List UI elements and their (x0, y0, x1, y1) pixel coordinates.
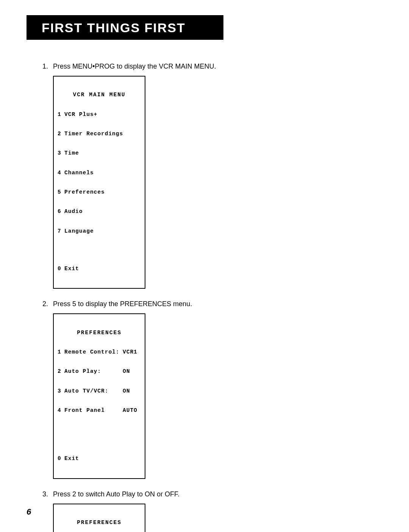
menu-exit: 0Exit (58, 266, 141, 272)
menu-item-label: Front Panel (64, 407, 123, 414)
menu-item-label: Remote Control: (64, 349, 123, 355)
menu-item-value: ON (123, 368, 141, 375)
page-number: 6 (27, 507, 31, 517)
menu-item: 3Time (58, 150, 141, 156)
menu-box-main: VCR MAIN MENU 1VCR Plus+ 2Timer Recordin… (53, 76, 145, 289)
menu-item-num: 0 (58, 455, 64, 462)
menu-item: 2Timer Recordings (58, 131, 141, 137)
menu-item-num: 6 (58, 208, 64, 215)
menu-item-label: VCR Plus+ (64, 111, 141, 118)
menu-item-num: 3 (58, 150, 64, 156)
menu-item: 4Front PanelAUTO (58, 407, 141, 414)
menu-item-label: Exit (64, 455, 141, 462)
menu-item-label: Channels (64, 170, 141, 176)
step-text: Press 5 to display the PREFERENCES menu. (53, 300, 269, 308)
menu-item-num: 4 (58, 407, 64, 414)
menu-item-value: ON (123, 388, 141, 394)
content-area: 1. Press MENU•PROG to display the VCR MA… (27, 40, 269, 532)
menu-item-num: 2 (58, 368, 64, 375)
step-text: Press 2 to switch Auto Play to ON or OFF… (53, 490, 269, 498)
menu-exit: 0Exit (58, 455, 141, 462)
menu-item-num: 7 (58, 228, 64, 235)
menu-item-num: 1 (58, 111, 64, 118)
menu-item-num: 5 (58, 189, 64, 196)
menu-item-label: Language (64, 228, 141, 235)
step-text: Press MENU•PROG to display the VCR MAIN … (53, 63, 269, 70)
step-number: 1. (42, 63, 53, 70)
page: FIRST THINGS FIRST 1. Press MENU•PROG to… (0, 0, 409, 532)
step-number: 2. (42, 300, 53, 308)
menu-item: 5Preferences (58, 189, 141, 196)
menu-item-label: Timer Recordings (64, 131, 141, 137)
menu-item: 2Auto Play:ON (58, 368, 141, 375)
menu-title: PREFERENCES (58, 519, 141, 526)
menu-item-label: Preferences (64, 189, 141, 196)
step-2: 2. Press 5 to display the PREFERENCES me… (42, 300, 269, 308)
menu-box-preferences-on: PREFERENCES 1Remote Control:VCR1 2Auto P… (53, 313, 145, 479)
menu-item-value: AUTO (123, 407, 141, 414)
menu-item-num: 0 (58, 266, 64, 272)
step-number: 3. (42, 490, 53, 498)
step-1: 1. Press MENU•PROG to display the VCR MA… (42, 63, 269, 70)
menu-title: PREFERENCES (58, 330, 141, 336)
menu-item: 1VCR Plus+ (58, 111, 141, 118)
menu-item-label: Exit (64, 266, 141, 272)
menu-item-num: 3 (58, 388, 64, 394)
menu-item-num: 2 (58, 131, 64, 137)
menu-item: 7Language (58, 228, 141, 235)
menu-title: VCR MAIN MENU (58, 92, 141, 98)
step-3: 3. Press 2 to switch Auto Play to ON or … (42, 490, 269, 498)
chapter-banner: FIRST THINGS FIRST (27, 15, 223, 40)
menu-item-num: 4 (58, 170, 64, 176)
menu-item-label: Auto Play: (64, 368, 123, 375)
menu-item: 4Channels (58, 170, 141, 176)
menu-item: 1Remote Control:VCR1 (58, 349, 141, 355)
menu-item-label: Auto TV/VCR: (64, 388, 123, 394)
menu-box-preferences-off: PREFERENCES 1Remote Control:VCR1 2Auto P… (53, 504, 145, 532)
menu-item-label: Audio (64, 208, 141, 215)
menu-item-num: 1 (58, 349, 64, 355)
menu-item: 6Audio (58, 208, 141, 215)
menu-item: 3Auto TV/VCR:ON (58, 388, 141, 394)
menu-item-label: Time (64, 150, 141, 156)
menu-item-value: VCR1 (123, 349, 141, 355)
